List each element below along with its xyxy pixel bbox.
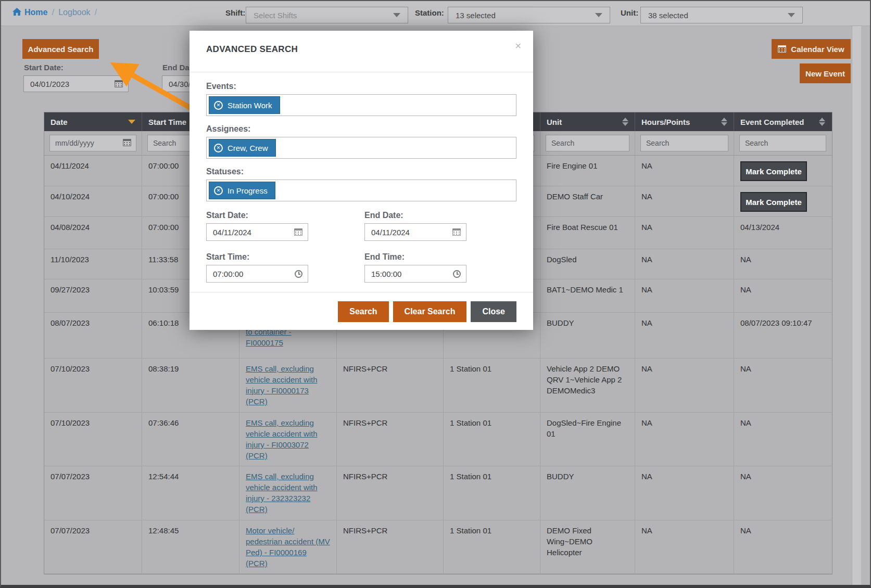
- cell-unit: DogSled: [540, 249, 635, 279]
- station-dropdown-value: 13 selected: [456, 11, 496, 20]
- sort-icon[interactable]: [819, 118, 825, 126]
- calendar-icon[interactable]: [115, 80, 123, 87]
- sort-desc-icon[interactable]: [128, 120, 135, 124]
- cell-unit: Vehicle App 2 DEMO QRV 1~Vehicle App 2 D…: [540, 359, 635, 413]
- chevron-down-icon: [788, 13, 795, 17]
- completed-filter-input[interactable]: [739, 135, 826, 151]
- clock-icon[interactable]: [295, 270, 302, 278]
- calendar-icon[interactable]: [294, 228, 302, 236]
- cell-event-completed: 04/13/2024: [734, 217, 831, 249]
- start-date-value: 04/01/2023: [30, 80, 69, 88]
- event-tag: ✕ Station Work: [209, 96, 280, 114]
- divider: [190, 72, 533, 72]
- cell-event-completed: NA: [734, 413, 831, 466]
- cell-start-time: 07:36:46: [142, 413, 239, 466]
- breadcrumb: Home / Logbook /: [12, 7, 97, 18]
- column-header-unit[interactable]: Unit: [540, 112, 635, 131]
- modal-start-date-input[interactable]: 04/11/2024: [206, 223, 308, 241]
- mark-complete-button[interactable]: Mark Complete: [740, 192, 807, 212]
- shift-label: Shift:: [225, 8, 245, 17]
- column-header-label: Event Completed: [740, 118, 804, 126]
- table-row: 07/07/2023 12:48:45 Motor vehicle/ pedes…: [44, 520, 832, 574]
- column-header-date[interactable]: Date: [44, 112, 142, 131]
- search-button[interactable]: Search: [338, 301, 388, 322]
- sort-icon[interactable]: [721, 118, 727, 126]
- unit-label: Unit:: [621, 8, 638, 17]
- cell-event-completed: NA: [734, 249, 831, 279]
- modal-end-date-value: 04/11/2024: [371, 228, 410, 237]
- cell-start-time: 08:38:19: [142, 359, 239, 413]
- cell-event-completed: Mark Complete: [734, 186, 831, 217]
- event-link[interactable]: to container - FI0000175: [246, 327, 292, 347]
- event-link[interactable]: EMS call, excluding vehicle accident wit…: [246, 364, 318, 406]
- remove-tag-icon[interactable]: ✕: [214, 186, 223, 195]
- calendar-view-label: Calendar View: [791, 45, 844, 54]
- modal-start-time-input[interactable]: 07:00:00: [206, 265, 308, 283]
- close-button[interactable]: Close: [471, 301, 516, 322]
- cell-hours: NA: [635, 156, 734, 186]
- hours-filter-input[interactable]: [640, 135, 728, 151]
- column-header-event-completed[interactable]: Event Completed: [734, 112, 831, 131]
- logbook-page: Home / Logbook / Shift: Select Shifts St…: [0, 0, 871, 588]
- events-multiselect[interactable]: ✕ Station Work: [206, 94, 516, 116]
- event-link[interactable]: Motor vehicle/ pedestrian accident (MV P…: [246, 526, 330, 568]
- calendar-view-button[interactable]: Calendar View: [772, 39, 851, 59]
- calendar-icon[interactable]: [452, 228, 461, 236]
- cell-type: NFIRS+PCR: [337, 520, 444, 574]
- calendar-icon: [778, 45, 786, 53]
- assignee-tag: ✕ Crew, Crew: [209, 139, 276, 157]
- modal-start-date-value: 04/11/2024: [213, 228, 251, 237]
- breadcrumb-home-link[interactable]: Home: [12, 8, 47, 18]
- page-scrollbar[interactable]: [852, 26, 861, 586]
- cell-unit: DEMO Fixed Wing~DEMO Helicopter: [540, 520, 635, 574]
- cell-date: 04/10/2024: [44, 186, 142, 217]
- cell-hours: NA: [635, 520, 734, 574]
- cell-unit: Fire Engine 01: [540, 156, 635, 186]
- cell-event-completed: Mark Complete: [734, 156, 831, 186]
- top-bar: Home / Logbook / Shift: Select Shifts St…: [1, 1, 870, 26]
- breadcrumb-logbook-link[interactable]: Logbook: [58, 8, 90, 17]
- cell-date: 11/10/2023: [44, 249, 142, 279]
- assignees-multiselect[interactable]: ✕ Crew, Crew: [206, 137, 516, 159]
- remove-tag-icon[interactable]: ✕: [214, 144, 223, 152]
- cell-unit: BUDDY: [540, 466, 635, 520]
- unit-dropdown[interactable]: 38 selected: [640, 7, 803, 23]
- home-icon: [12, 8, 21, 18]
- clear-search-button[interactable]: Clear Search: [393, 301, 467, 322]
- remove-tag-icon[interactable]: ✕: [214, 101, 223, 110]
- cell-station: 1 Station 01: [444, 359, 540, 413]
- chevron-down-icon: [393, 13, 400, 17]
- column-header-label: Date: [51, 118, 68, 126]
- clock-icon[interactable]: [453, 270, 461, 278]
- cell-unit: DogSled~Fire Engine 01: [540, 413, 635, 466]
- events-label: Events:: [206, 82, 236, 91]
- column-header-label: Unit: [547, 118, 562, 126]
- start-date-label: Start Date:: [24, 63, 64, 72]
- sort-icon[interactable]: [622, 118, 628, 126]
- start-date-input[interactable]: 04/01/2023: [23, 75, 129, 92]
- unit-filter-input[interactable]: [546, 135, 629, 151]
- station-dropdown[interactable]: 13 selected: [448, 7, 610, 23]
- cell-start-time: 12:54:44: [142, 466, 239, 520]
- column-header-hours-points[interactable]: Hours/Points: [635, 112, 734, 131]
- shift-dropdown[interactable]: Select Shifts: [246, 7, 408, 23]
- modal-end-date-input[interactable]: 04/11/2024: [364, 223, 466, 241]
- event-link[interactable]: EMS call, excluding vehicle accident wit…: [246, 472, 318, 514]
- cell-event-completed: NA: [734, 359, 831, 413]
- modal-end-time-value: 15:00:00: [371, 270, 401, 278]
- table-row: 07/10/2023 08:38:19 EMS call, excluding …: [44, 359, 832, 413]
- statuses-multiselect[interactable]: ✕ In Progress: [206, 180, 516, 201]
- advanced-search-button[interactable]: Advanced Search: [22, 39, 99, 59]
- modal-end-time-label: End Time:: [364, 252, 405, 262]
- calendar-icon[interactable]: [123, 139, 131, 146]
- event-link[interactable]: EMS call, excluding vehicle accident wit…: [246, 418, 318, 460]
- modal-end-time-input[interactable]: 15:00:00: [364, 265, 466, 283]
- cell-date: 07/10/2023: [44, 359, 142, 413]
- date-filter-cell: [44, 131, 142, 155]
- cell-date: 07/10/2023: [44, 413, 142, 466]
- mark-complete-button[interactable]: Mark Complete: [740, 161, 807, 181]
- new-event-button[interactable]: New Event: [800, 63, 851, 83]
- cell-type: NFIRS+PCR: [337, 359, 444, 413]
- status-tag-label: In Progress: [228, 186, 268, 195]
- close-icon[interactable]: ✕: [515, 41, 522, 51]
